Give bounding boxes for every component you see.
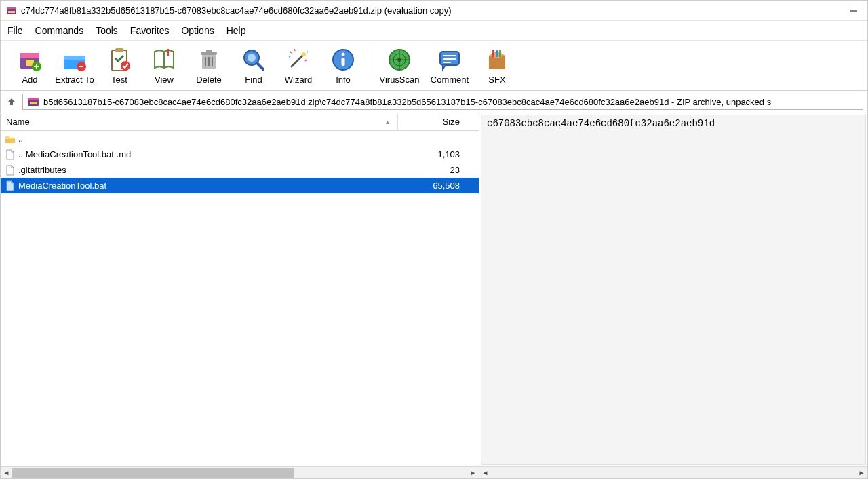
comment-icon: [436, 46, 463, 73]
title-bar: c74dc774a8fb81a332b5d65613187b15-c67083e…: [1, 1, 867, 21]
wand-icon: [285, 46, 312, 73]
file-row[interactable]: .gitattributes 23: [1, 162, 479, 178]
scroll-track[interactable]: [12, 468, 467, 478]
archive-icon: [27, 96, 39, 108]
clipboard-check-icon: [106, 46, 133, 73]
file-icon: [5, 165, 16, 176]
svg-rect-9: [79, 66, 83, 67]
scroll-right-icon[interactable]: ►: [856, 467, 867, 478]
scroll-left-icon[interactable]: ◄: [479, 467, 491, 478]
menu-file[interactable]: File: [7, 25, 23, 36]
find-button[interactable]: Find: [231, 45, 276, 88]
svg-point-25: [302, 52, 306, 56]
find-label: Find: [245, 75, 262, 85]
file-list-panel: Name ▴ Size ..: [1, 113, 479, 478]
sfx-box-icon: [484, 46, 511, 73]
file-icon: [5, 180, 16, 191]
test-button[interactable]: Test: [97, 45, 142, 88]
delete-label: Delete: [196, 75, 222, 85]
up-one-level-button[interactable]: [5, 95, 18, 109]
preview-text-area[interactable]: c67083ebc8cac4ae74e6cd680fc32aa6e2aeb91d: [481, 115, 866, 465]
column-header-name[interactable]: Name ▴: [1, 117, 397, 127]
info-label: Info: [336, 75, 351, 85]
svg-rect-11: [115, 48, 123, 52]
svg-rect-14: [167, 49, 169, 56]
preview-panel: c67083ebc8cac4ae74e6cd680fc32aa6e2aeb91d…: [479, 113, 867, 478]
folder-up-icon: [5, 134, 16, 145]
svg-line-24: [292, 54, 304, 66]
main-area: Name ▴ Size ..: [1, 113, 867, 478]
address-bar: b5d65613187b15-c67083ebc8cac4ae74e6cd680…: [1, 91, 867, 113]
wizard-button[interactable]: Wizard: [276, 45, 321, 88]
preview-horizontal-scrollbar[interactable]: ◄ ►: [479, 466, 867, 478]
wizard-label: Wizard: [285, 75, 312, 85]
svg-rect-41: [499, 50, 501, 57]
menu-options[interactable]: Options: [181, 25, 214, 36]
svg-rect-28: [342, 58, 345, 66]
svg-rect-2: [8, 11, 15, 13]
view-label: View: [155, 75, 174, 85]
scroll-left-icon[interactable]: ◄: [1, 467, 12, 478]
svg-line-23: [257, 63, 263, 69]
address-text: b5d65613187b15-c67083ebc8cac4ae74e6cd680…: [43, 97, 771, 107]
sfx-button[interactable]: SFX: [475, 45, 519, 88]
svg-rect-5: [20, 53, 39, 58]
minimize-button[interactable]: [850, 7, 858, 15]
sfx-label: SFX: [488, 75, 505, 85]
column-header-size[interactable]: Size: [397, 113, 479, 130]
info-button[interactable]: Info: [321, 45, 366, 88]
menu-help[interactable]: Help: [226, 25, 246, 36]
svg-point-33: [397, 58, 401, 62]
file-list[interactable]: .. .. MediaCreationTool.bat .md 1,103: [1, 131, 479, 466]
winrar-app-icon: [6, 5, 17, 16]
window-title: c74dc774a8fb81a332b5d65613187b15-c67083e…: [21, 5, 850, 16]
file-row[interactable]: .. MediaCreationTool.bat .md 1,103: [1, 147, 479, 162]
toolbar-separator: [370, 47, 370, 85]
extract-label: Extract To: [55, 75, 94, 85]
add-label: Add: [22, 75, 37, 85]
scroll-right-icon[interactable]: ►: [467, 467, 479, 478]
scroll-track[interactable]: [491, 468, 856, 478]
file-list-horizontal-scrollbar[interactable]: ◄ ►: [1, 466, 479, 478]
app-window: c74dc774a8fb81a332b5d65613187b15-c67083e…: [0, 0, 868, 479]
svg-rect-43: [28, 98, 39, 100]
info-icon: [330, 46, 357, 73]
file-icon: [5, 149, 16, 160]
column-headers: Name ▴ Size: [1, 113, 479, 131]
svg-point-27: [342, 53, 345, 56]
delete-button[interactable]: Delete: [186, 45, 231, 88]
archive-add-icon: [16, 46, 43, 73]
test-label: Test: [111, 75, 127, 85]
svg-rect-1: [7, 7, 16, 9]
menu-favorites[interactable]: Favorites: [130, 25, 170, 36]
svg-point-22: [248, 54, 256, 62]
book-icon: [151, 46, 178, 73]
svg-point-12: [121, 61, 130, 71]
scroll-thumb[interactable]: [12, 468, 294, 478]
menu-bar: File Commands Tools Favorites Options He…: [1, 21, 867, 41]
view-button[interactable]: View: [142, 45, 186, 88]
toolbar: Add Extract To Test View: [1, 41, 867, 91]
comment-label: Comment: [431, 75, 469, 85]
comment-button[interactable]: Comment: [425, 45, 475, 88]
add-button[interactable]: Add: [7, 45, 52, 88]
svg-rect-17: [206, 50, 212, 52]
menu-commands[interactable]: Commands: [35, 25, 84, 36]
trash-icon: [195, 46, 222, 73]
virusscan-label: VirusScan: [379, 75, 419, 85]
parent-folder-row[interactable]: ..: [1, 131, 479, 147]
menu-tools[interactable]: Tools: [96, 25, 118, 36]
address-input[interactable]: b5d65613187b15-c67083ebc8cac4ae74e6cd680…: [22, 94, 863, 110]
virus-scan-icon: [386, 46, 413, 73]
extract-button[interactable]: Extract To: [52, 45, 97, 88]
svg-rect-40: [496, 50, 498, 57]
virusscan-button[interactable]: VirusScan: [374, 45, 425, 88]
folder-extract-icon: [61, 46, 88, 73]
svg-rect-39: [492, 50, 494, 57]
sort-ascending-icon: ▴: [386, 118, 389, 126]
magnifier-icon: [240, 46, 267, 73]
window-controls: [850, 7, 862, 15]
file-row-selected[interactable]: MediaCreationTool.bat 65,508: [1, 178, 479, 193]
svg-rect-44: [30, 102, 37, 104]
